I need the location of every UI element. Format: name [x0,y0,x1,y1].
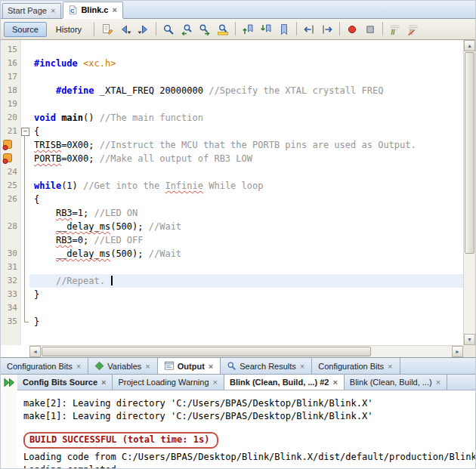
forward-button[interactable] [134,20,153,39]
line-number-gutter[interactable]: 32 [1,274,20,288]
find-next-button[interactable] [196,20,214,39]
tab-close-icon[interactable]: × [144,363,150,370]
line-number-gutter[interactable]: 26 [1,193,20,206]
tab-close-icon[interactable]: × [332,378,338,386]
line-number-gutter[interactable]: 35 [1,315,20,329]
code-editor[interactable]: 1516#include <xc.h>1718 #define _XTAL_FR… [1,40,475,357]
tab-close-icon[interactable]: × [208,363,214,370]
shift-right-button[interactable] [318,20,336,39]
code-line[interactable]: 30 __delay_ms(500); //Wait [1,247,463,261]
code-line[interactable]: 34 [1,301,463,315]
fold-margin [20,274,29,288]
macro-stop-icon [364,23,376,35]
code-line[interactable]: RB3=0; //LED OFF [1,233,463,247]
panel-tab-output[interactable]: Output× [158,358,221,374]
code-fold-toggle[interactable] [20,125,29,138]
panel-tab-configuration-bits[interactable]: Configuration Bits× [1,358,88,374]
previous-bookmark-button[interactable] [239,20,257,39]
code-line[interactable]: 15 [1,43,463,57]
uncomment-button[interactable]: // [404,20,422,39]
code-line[interactable]: 26{ [1,193,463,206]
macro-stop-button[interactable] [361,20,379,39]
tab-close-icon[interactable]: × [112,6,118,14]
code-line[interactable]: TRISB=0X00; //Instruct the MCU that the … [1,138,463,152]
scroll-up-button[interactable]: ▲ [464,40,475,51]
line-number-gutter[interactable] [1,152,20,165]
line-number-gutter[interactable]: 15 [1,43,20,57]
output-tab-config-bits-source[interactable]: Config Bits Source× [17,375,113,390]
editor-vertical-scrollbar[interactable]: ▲ ▼ [463,40,475,345]
editor-tab-start-page[interactable]: Start Page× [2,3,61,18]
shift-left-button[interactable] [300,20,318,39]
line-number-gutter[interactable]: 28 [1,220,20,233]
comment-button[interactable]: // [386,20,404,39]
panel-tab-configuration-bits[interactable]: Configuration Bits× [312,358,400,374]
rerun-build-button[interactable] [2,376,17,390]
macro-record-button[interactable] [343,20,361,39]
tab-close-icon[interactable]: × [212,378,218,386]
line-number-gutter[interactable]: 31 [1,261,20,274]
line-number-gutter[interactable]: 25 [1,179,20,193]
output-console[interactable]: make[2]: Leaving directory 'C:/Users/BPA… [17,390,475,469]
line-number-gutter[interactable]: 34 [1,301,20,315]
toggle-bookmark-button[interactable] [275,20,293,39]
back-button[interactable] [116,20,134,39]
panel-tab-variables[interactable]: Variables× [88,358,157,374]
next-bookmark-button[interactable] [257,20,275,39]
output-tab-blink-clean-build-2[interactable]: Blink (Clean, Build, ...) #2× [224,375,345,390]
tab-close-icon[interactable]: × [387,363,393,370]
code-line[interactable]: 31 [1,261,463,274]
code-line[interactable]: PORTB=0X00; //Make all output of RB3 LOW [1,152,463,165]
tab-close-icon[interactable]: × [50,7,56,14]
line-number-gutter[interactable]: 21 [1,125,20,138]
tab-close-icon[interactable]: × [435,378,441,386]
horizontal-scroll-thumb[interactable] [42,347,371,356]
code-line[interactable]: 24 [1,165,463,179]
code-line[interactable]: 28 __delay_ms(500); //Wait [1,220,463,233]
output-line: Loading code from C:/Users/BPAS/Desktop/… [23,451,475,464]
code-line[interactable]: 21{ [1,125,463,138]
line-number-gutter[interactable]: 24 [1,165,20,179]
line-number-gutter[interactable]: 30 [1,247,20,261]
line-number-gutter[interactable] [1,138,20,152]
editor-horizontal-scrollbar[interactable]: ◄ ► [29,345,463,357]
line-number-gutter[interactable]: 18 [1,84,20,97]
scroll-right-button[interactable]: ► [452,346,463,357]
vertical-scroll-thumb[interactable] [465,52,474,254]
output-tab-project-loading-warning[interactable]: Project Loading Warning× [113,375,224,390]
tab-close-icon[interactable]: × [299,363,305,370]
toggle-highlight-button[interactable] [214,20,232,39]
code-line[interactable]: 17 [1,70,463,84]
line-number-gutter[interactable]: 17 [1,70,20,84]
history-view-button[interactable]: History [48,22,90,37]
line-number-gutter[interactable]: 20 [1,111,20,125]
code-line[interactable]: 16#include <xc.h> [1,57,463,70]
scroll-down-button[interactable]: ▼ [464,334,475,345]
line-number-gutter[interactable]: 33 [1,288,20,301]
tab-close-icon[interactable]: × [76,363,82,370]
code-line[interactable]: RB3=1; //LED ON [1,206,463,220]
source-view-button[interactable]: Source [4,22,47,37]
find-previous-button[interactable] [178,20,196,39]
code-line[interactable]: 32 //Repeat. [1,274,463,288]
code-line[interactable]: 25while(1) //Get into the Infinie While … [1,179,463,193]
find-selection-button[interactable] [159,20,178,39]
tab-close-icon[interactable]: × [100,378,107,386]
panel-tab-search-results[interactable]: Search Results× [221,358,312,374]
editor-tab-blink-c[interactable]: CBlink.c× [63,2,123,18]
scroll-left-button[interactable]: ◄ [29,346,41,357]
fold-margin [20,233,29,247]
code-line[interactable]: 19 [1,97,463,111]
last-edit-button[interactable] [98,20,116,39]
line-number-gutter[interactable] [1,206,20,220]
code-line[interactable]: 33} [1,288,463,301]
line-number-gutter[interactable]: 16 [1,57,20,70]
code-line[interactable]: 18 #define _XTAL_FREQ 20000000 //Specify… [1,84,463,97]
code-line[interactable]: 20void main() //The main function [1,111,463,125]
output-tab-blink-clean-build[interactable]: Blink (Clean, Build, ...)× [345,375,447,390]
code-line[interactable]: 35} [1,315,463,329]
line-number-gutter[interactable]: 19 [1,97,20,111]
code-area[interactable]: 1516#include <xc.h>1718 #define _XTAL_FR… [1,40,463,345]
line-number-gutter[interactable] [1,233,20,247]
code-text: #define _XTAL_FREQ 20000000 //Specify th… [29,84,463,97]
